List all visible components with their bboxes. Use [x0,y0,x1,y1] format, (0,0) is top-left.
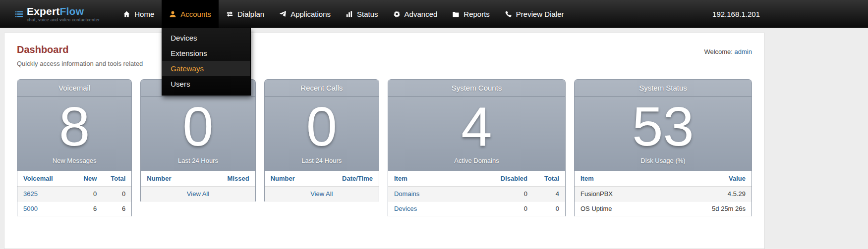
nav-item-label: Accounts [180,10,211,18]
nav-item-dialplan[interactable]: Dialplan [219,0,272,28]
welcome-label: Welcome: [704,48,733,55]
content-header: Dashboard Quickly access information and… [17,44,752,67]
nav-item-label: Status [357,10,378,18]
nav-item-status[interactable]: Status [338,0,386,28]
table-header-cell: Item [388,171,489,187]
card-header: Recent Calls0Last 24 Hours [265,80,379,171]
big-number-label: Last 24 Hours [141,157,255,171]
big-number: 0 [141,97,255,157]
table-link[interactable]: Domains [394,190,419,198]
reports-icon [452,10,460,18]
table-header-cell: New [72,171,103,187]
table-cell: 0 [489,187,533,201]
table-row: Devices00 [388,201,565,216]
table-row: 362500 [17,187,131,201]
table-row: View All [141,187,255,201]
table-header-cell: Value [692,171,752,187]
data-table: ItemValueFusionPBX4.5.29OS Uptime5d 25m … [575,171,752,216]
card-header: System Counts4Active Domains [388,80,565,171]
logo[interactable]: ExpertFlow chat, voice and video contact… [15,6,100,22]
nav-item-label: Advanced [405,10,438,18]
nav-item-label: Reports [463,10,490,18]
card-missed-calls: Missed Calls0Last 24 HoursNumberMissedVi… [140,79,255,201]
page-title: Dashboard [17,44,143,55]
logo-list-icon [15,10,23,18]
dropdown-item-users[interactable]: Users [162,76,250,92]
view-all-link[interactable]: View All [310,190,333,198]
dashboard-cards: Voicemail8New MessagesVoicemailNewTotal3… [17,79,752,216]
preview-dialer-icon [505,10,512,18]
table-row: OS Uptime5d 25m 26s [575,201,752,216]
advanced-icon [393,10,401,18]
big-number-label: Disk Usage (%) [575,157,752,171]
nav-bar: ExpertFlow chat, voice and video contact… [0,0,868,28]
dropdown-item-gateways[interactable]: Gateways [162,61,250,76]
table-header-cell: Total [533,171,565,187]
table-cell: 4 [533,187,565,201]
table-header-cell: Date/Time [336,171,379,187]
table-header-cell: Missed [220,171,255,187]
accounts-dropdown: DevicesExtensionsGatewaysUsers [162,28,251,96]
dialplan-icon [226,10,233,18]
card-title: System Counts [388,80,565,97]
admin-link[interactable]: admin [735,48,752,55]
table-row: 500066 [17,201,131,216]
logo-text: ExpertFlow chat, voice and video contact… [27,6,100,22]
table-cell: 0 [103,187,131,201]
dropdown-item-extensions[interactable]: Extensions [162,46,250,61]
applications-icon [279,10,287,18]
nav-item-label: Home [134,10,154,18]
nav-item-reports[interactable]: Reports [445,0,497,28]
data-table: ItemDisabledTotalDomains04Devices00 [388,171,565,216]
logo-flow: Flow [60,5,84,17]
card-system-counts: System Counts4Active DomainsItemDisabled… [388,79,566,216]
table-row: Domains04 [388,187,565,201]
big-number: 4 [388,97,565,157]
nav-item-label: Dialplan [237,10,264,18]
table-row: View All [265,187,379,201]
card-system-status: System Status53Disk Usage (%)ItemValueFu… [574,79,752,216]
table-link[interactable]: 5000 [23,205,38,212]
nav-item-applications[interactable]: Applications [272,0,338,28]
welcome-text: Welcome: admin [704,48,752,55]
table-cell: 5000 [17,201,72,216]
view-all-link[interactable]: View All [187,190,209,198]
table-header-cell: Voicemail [17,171,72,187]
dropdown-item-devices[interactable]: Devices [162,30,250,46]
table-link[interactable]: Devices [394,205,417,212]
nav-menu: HomeAccountsDevicesExtensionsGatewaysUse… [116,0,571,28]
nav-item-label: Applications [290,10,331,18]
big-number-label: Active Domains [388,157,565,171]
table-cell: 3625 [17,187,72,201]
table-header-cell: Disabled [489,171,533,187]
table-cell: 6 [72,201,103,216]
table-cell: View All [265,187,379,201]
card-title: Voicemail [17,80,131,97]
card-title: Recent Calls [265,80,379,97]
table-cell: 4.5.29 [692,187,752,201]
accounts-icon [169,10,176,18]
big-number-label: Last 24 Hours [265,157,379,171]
card-recent-calls: Recent Calls0Last 24 HoursNumberDate/Tim… [264,79,379,201]
nav-item-home[interactable]: Home [116,0,162,28]
nav-item-preview-dialer[interactable]: Preview Dialer [497,0,572,28]
table-header-cell: Number [265,171,336,187]
card-header: Voicemail8New Messages [17,80,131,171]
table-cell: Domains [388,187,489,201]
table-link[interactable]: 3625 [23,190,38,198]
nav-inner: ExpertFlow chat, voice and video contact… [0,0,765,28]
card-voicemail: Voicemail8New MessagesVoicemailNewTotal3… [17,79,132,216]
logo-expert: Expert [27,5,60,17]
home-icon [123,10,130,18]
nav-item-accounts[interactable]: AccountsDevicesExtensionsGatewaysUsers [162,0,219,28]
page-subtitle: Quickly access information and tools rel… [17,60,143,67]
table-cell: 6 [103,201,131,216]
nav-item-advanced[interactable]: Advanced [386,0,445,28]
table-header-cell: Item [575,171,692,187]
big-number-label: New Messages [17,157,131,171]
table-header-cell: Number [141,171,219,187]
content-panel: Dashboard Quickly access information and… [4,33,765,249]
ip-address[interactable]: 192.168.1.201 [712,10,765,18]
card-title: System Status [575,80,752,97]
table-cell: 5d 25m 26s [692,201,752,216]
